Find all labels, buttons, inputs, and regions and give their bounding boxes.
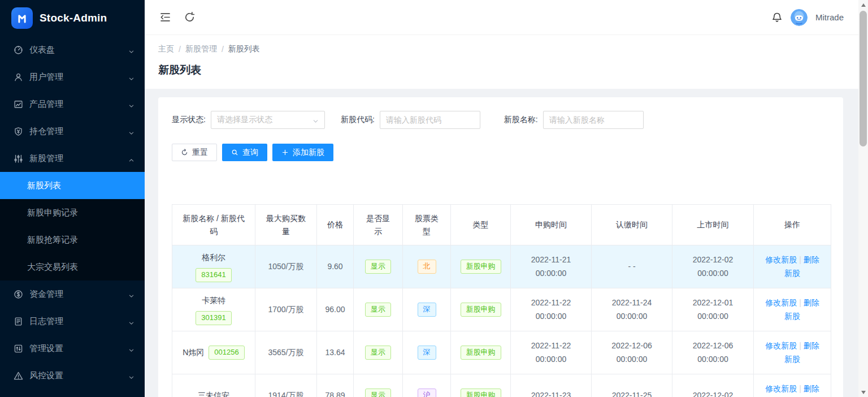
content-card: 显示状态: 请选择显示状态 新股代码: 新股名称: xyxy=(158,97,843,397)
user-name[interactable]: Mitrade xyxy=(815,12,844,22)
name-label: 新股名称: xyxy=(504,115,538,125)
visible-badge: 显示 xyxy=(365,260,391,274)
breadcrumb-new-stock-mgmt[interactable]: 新股管理 xyxy=(185,44,217,54)
column-header: 是否显示 xyxy=(354,205,403,245)
cell-apply-time: 2022-11-22 00:00:00 xyxy=(511,288,592,331)
sidebar-item-1[interactable]: 仪表盘 xyxy=(0,36,145,63)
breadcrumb: 主页 / 新股管理 / 新股列表 xyxy=(158,44,845,54)
table-row: N炜冈0012563565/万股13.64显示深新股申购2022-11-22 0… xyxy=(172,331,831,374)
cell-market: 北 xyxy=(403,245,451,288)
filter-name-group: 新股名称: xyxy=(504,111,644,129)
products-icon xyxy=(14,100,23,109)
add-stock-button[interactable]: 添加新股 xyxy=(272,144,333,161)
cell-price: 78.89 xyxy=(317,374,354,397)
app-logo-icon xyxy=(11,7,33,29)
visible-badge: 显示 xyxy=(365,389,391,397)
submenu-item-3[interactable]: 新股抢筹记录 xyxy=(0,226,145,253)
column-header: 新股名称 / 新股代码 xyxy=(172,205,255,245)
submenu-item-4[interactable]: 大宗交易列表 xyxy=(0,253,145,281)
scrollbar-down-arrow[interactable] xyxy=(858,387,868,397)
column-header: 认缴时间 xyxy=(592,205,672,245)
cell-visible: 显示 xyxy=(354,331,403,374)
main-area: Mitrade 主页 / 新股管理 / 新股列表 新股列表 显示状态: 请选择显… xyxy=(145,0,858,397)
edit-stock-link[interactable]: 修改新股 xyxy=(765,384,797,393)
market-badge: 沪 xyxy=(418,389,436,397)
column-header: 操作 xyxy=(754,205,831,245)
sidebar-item-label: 日志管理 xyxy=(29,316,128,327)
status-select[interactable]: 请选择显示状态 xyxy=(211,111,325,129)
stock-code-input[interactable] xyxy=(380,111,480,129)
visible-badge: 显示 xyxy=(365,346,391,360)
positions-icon xyxy=(14,127,23,136)
cell-pay-time: 2022-12-06 00:00:00 xyxy=(592,331,672,374)
stock-table: 新股名称 / 新股代码最大购买数量价格是否显示股票类型类型申购时间认缴时间上市时… xyxy=(172,204,831,397)
chevron-up-icon xyxy=(128,156,134,162)
sidebar-item-8[interactable]: 管理设置 xyxy=(0,335,145,362)
edit-stock-link[interactable]: 修改新股 xyxy=(765,255,797,264)
sidebar-item-9[interactable]: 风控设置 xyxy=(0,362,145,389)
sidebar-item-6[interactable]: 资金管理 xyxy=(0,281,145,308)
edit-stock-link[interactable]: 修改新股 xyxy=(765,298,797,307)
sidebar-item-5[interactable]: 新股管理 xyxy=(0,145,145,172)
new-stock-icon xyxy=(14,154,23,163)
table-header-row: 新股名称 / 新股代码最大购买数量价格是否显示股票类型类型申购时间认缴时间上市时… xyxy=(172,205,831,245)
sidebar-item-3[interactable]: 产品管理 xyxy=(0,90,145,118)
app-logo[interactable]: Stock-Admin xyxy=(0,0,145,36)
submenu-item-1[interactable]: 新股列表 xyxy=(0,172,145,199)
stock-name: 三未信安 xyxy=(198,389,229,397)
sidebar-item-label: 风控设置 xyxy=(29,370,128,381)
cell-max-buy: 1700/万股 xyxy=(255,288,317,331)
sidebar-menu: 仪表盘用户管理产品管理持仓管理新股管理新股列表新股申购记录新股抢筹记录大宗交易列… xyxy=(0,36,145,389)
cell-type: 新股申购 xyxy=(451,245,511,288)
search-button[interactable]: 查询 xyxy=(222,144,267,161)
cell-price: 96.00 xyxy=(317,288,354,331)
chevron-down-icon xyxy=(128,373,134,379)
scrollbar-up-arrow[interactable] xyxy=(858,0,868,10)
column-header: 最大购买数量 xyxy=(255,205,317,245)
add-stock-button-label: 添加新股 xyxy=(293,148,324,158)
topbar: Mitrade xyxy=(145,0,858,35)
cell-market: 沪 xyxy=(403,374,451,397)
dashboard-icon xyxy=(14,45,23,55)
reset-button-label: 重置 xyxy=(192,148,208,158)
stock-name-input[interactable] xyxy=(543,111,644,129)
vertical-scrollbar[interactable] xyxy=(858,0,868,397)
scrollbar-thumb[interactable] xyxy=(860,11,867,146)
app-window: Stock-Admin 仪表盘用户管理产品管理持仓管理新股管理新股列表新股申购记… xyxy=(0,0,858,397)
sidebar-item-7[interactable]: 日志管理 xyxy=(0,308,145,335)
stock-name: 格利尔 xyxy=(202,251,225,265)
action-divider: | xyxy=(799,255,801,264)
column-header: 申购时间 xyxy=(511,205,592,245)
stock-code-badge: 831641 xyxy=(196,268,231,282)
edit-stock-link[interactable]: 修改新股 xyxy=(765,341,797,350)
breadcrumb-home[interactable]: 主页 xyxy=(158,44,174,54)
cell-price: 13.64 xyxy=(317,331,354,374)
submenu-item-2[interactable]: 新股申购记录 xyxy=(0,199,145,226)
sidebar: Stock-Admin 仪表盘用户管理产品管理持仓管理新股管理新股列表新股申购记… xyxy=(0,0,145,397)
logs-icon xyxy=(14,317,23,326)
page-title: 新股列表 xyxy=(158,63,845,77)
collapse-sidebar-icon[interactable] xyxy=(159,11,171,23)
notifications-bell-icon[interactable] xyxy=(771,12,783,23)
column-header: 上市时间 xyxy=(672,205,754,245)
cell-list-time: 2022-12-01 00:00:00 xyxy=(672,288,754,331)
refresh-icon[interactable] xyxy=(184,11,196,23)
user-avatar[interactable] xyxy=(791,9,808,26)
sidebar-item-2[interactable]: 用户管理 xyxy=(0,63,145,90)
cell-apply-time: 2022-11-22 00:00:00 xyxy=(511,331,592,374)
cell-type: 新股申购 xyxy=(451,331,511,374)
sidebar-item-label: 用户管理 xyxy=(29,72,128,83)
cell-apply-time: 2022-11-21 00:00:00 xyxy=(511,245,592,288)
sidebar-item-4[interactable]: 持仓管理 xyxy=(0,118,145,145)
sidebar-submenu: 新股列表新股申购记录新股抢筹记录大宗交易列表 xyxy=(0,172,145,281)
cell-actions: 修改新股|删除新股 xyxy=(754,374,831,397)
action-divider: | xyxy=(799,298,801,307)
status-label: 显示状态: xyxy=(172,115,206,125)
reset-button[interactable]: 重置 xyxy=(172,144,217,161)
type-badge: 新股申购 xyxy=(461,260,501,274)
app-title: Stock-Admin xyxy=(40,12,107,24)
type-badge: 新股申购 xyxy=(461,389,501,397)
chevron-down-icon xyxy=(128,318,134,325)
chevron-down-icon xyxy=(128,291,134,297)
sidebar-item-label: 资金管理 xyxy=(29,289,128,300)
